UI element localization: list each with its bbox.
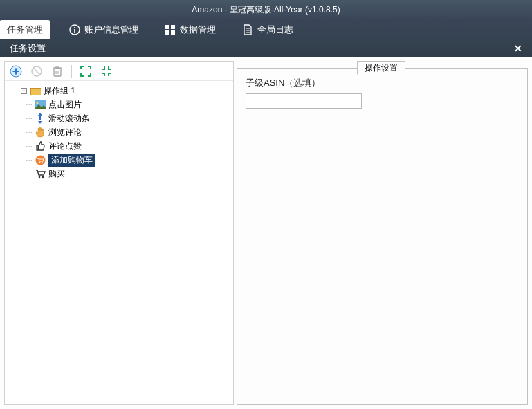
svg-rect-25 (39, 116, 41, 120)
tab-label: 操作设置 (365, 62, 398, 74)
subbar-title: 任务设置 (10, 42, 46, 55)
tree-item-label: 评论点赞 (48, 140, 82, 152)
svg-rect-2 (74, 29, 75, 33)
tree-connector: ⋯ (26, 129, 32, 136)
tree-connector: ⋯ (12, 87, 18, 95)
menu-bar: 任务管理 账户信息管理 数据管理 全局日志 (0, 19, 532, 40)
grid-icon (165, 24, 176, 35)
document-icon (242, 24, 253, 35)
separator (71, 65, 72, 78)
tree-connector: ⋯ (26, 143, 32, 150)
expand-toggle-icon[interactable]: − (21, 88, 27, 94)
settings-panel: 子级ASIN（选填） (237, 68, 528, 405)
disable-button[interactable] (30, 64, 44, 78)
menu-task-manage[interactable]: 任务管理 (0, 20, 50, 39)
svg-point-30 (42, 176, 44, 179)
tree-item[interactable]: ⋯ 点击图片 (5, 98, 233, 111)
tree-item[interactable]: ⋯ 添加购物车 (5, 153, 233, 167)
menu-label: 任务管理 (7, 24, 43, 36)
asin-field-label: 子级ASIN（选填） (246, 77, 519, 89)
tree-item-label: 滑动滚动条 (48, 113, 90, 125)
info-icon (69, 24, 80, 35)
expand-button[interactable] (79, 64, 93, 78)
svg-rect-5 (165, 30, 169, 35)
add-button[interactable] (9, 64, 23, 78)
menu-label: 数据管理 (180, 24, 216, 36)
tree-item-label: 点击图片 (48, 99, 82, 111)
tree-toolbar (5, 62, 233, 81)
settings-tab[interactable]: 操作设置 (357, 61, 405, 75)
cart-icon (35, 168, 46, 179)
tree-root[interactable]: ⋯ − 操作组 1 (5, 84, 233, 98)
image-icon (35, 99, 46, 110)
tree-connector: ⋯ (26, 170, 32, 178)
svg-point-1 (74, 27, 75, 28)
tree-root-label: 操作组 1 (44, 85, 75, 97)
content-area: ⋯ − 操作组 1 ⋯ 点击图片 ⋯ 滑动滚动条 (0, 57, 532, 409)
tree-item[interactable]: ⋯ 评论点赞 (5, 139, 233, 153)
svg-point-29 (38, 176, 40, 179)
menu-label: 全局日志 (257, 24, 293, 36)
svg-point-28 (42, 162, 43, 163)
tree-item-label: 购买 (48, 168, 65, 180)
hand-icon (35, 127, 46, 138)
collapse-button[interactable] (100, 64, 113, 78)
menu-data-manage[interactable]: 数据管理 (158, 20, 223, 39)
sub-bar: 任务设置 ✕ (0, 40, 532, 57)
close-icon[interactable]: ✕ (514, 43, 522, 54)
svg-rect-3 (165, 25, 169, 29)
menu-account-manage[interactable]: 账户信息管理 (62, 20, 145, 39)
svg-rect-4 (171, 25, 175, 29)
tree-connector: ⋯ (26, 156, 32, 164)
tree-connector: ⋯ (26, 101, 32, 109)
tree-connector: ⋯ (26, 115, 32, 122)
asin-input[interactable] (246, 93, 362, 109)
svg-line-14 (33, 68, 40, 75)
svg-rect-22 (31, 89, 41, 95)
thumbs-up-icon (35, 140, 46, 152)
left-panel: ⋯ − 操作组 1 ⋯ 点击图片 ⋯ 滑动滚动条 (4, 61, 234, 405)
title-bar: Amazon - 皇冠高级版-All-Year (v1.0.8.5) (0, 0, 532, 19)
right-wrapper: 操作设置 子级ASIN（选填） (237, 61, 528, 405)
menu-label: 账户信息管理 (84, 24, 138, 36)
scroll-icon (35, 113, 46, 124)
folder-icon (30, 85, 41, 96)
svg-rect-17 (56, 66, 59, 68)
svg-point-26 (35, 155, 45, 165)
cart-add-icon (35, 154, 46, 165)
svg-point-27 (39, 162, 40, 163)
menu-global-log[interactable]: 全局日志 (235, 20, 300, 39)
action-tree: ⋯ − 操作组 1 ⋯ 点击图片 ⋯ 滑动滚动条 (5, 81, 233, 404)
tree-item-label: 添加购物车 (48, 154, 95, 167)
tree-item-label: 浏览评论 (48, 127, 82, 138)
delete-button[interactable] (51, 64, 64, 78)
app-title: Amazon - 皇冠高级版-All-Year (v1.0.8.5) (192, 4, 340, 16)
svg-point-24 (37, 102, 39, 104)
tree-item[interactable]: ⋯ 浏览评论 (5, 125, 233, 139)
svg-rect-6 (171, 30, 175, 35)
tree-item[interactable]: ⋯ 购买 (5, 167, 233, 181)
tree-item[interactable]: ⋯ 滑动滚动条 (5, 111, 233, 125)
